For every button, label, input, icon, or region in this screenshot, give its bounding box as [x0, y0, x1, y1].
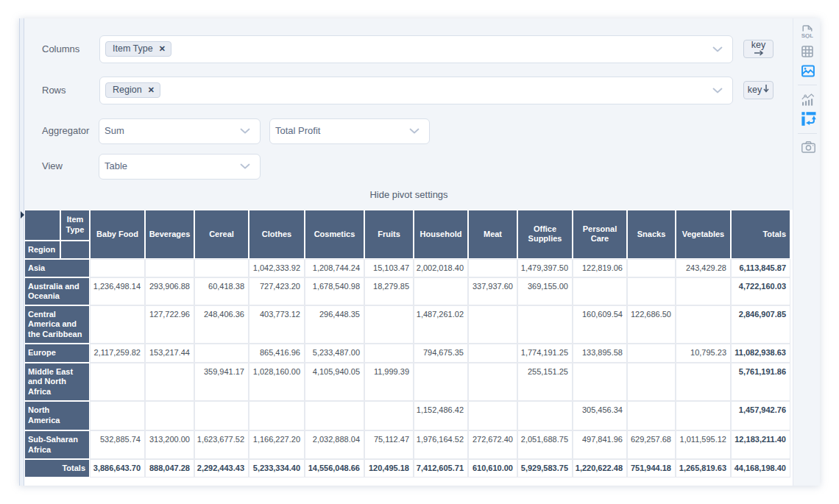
svg-text:SQL: SQL: [801, 32, 813, 38]
